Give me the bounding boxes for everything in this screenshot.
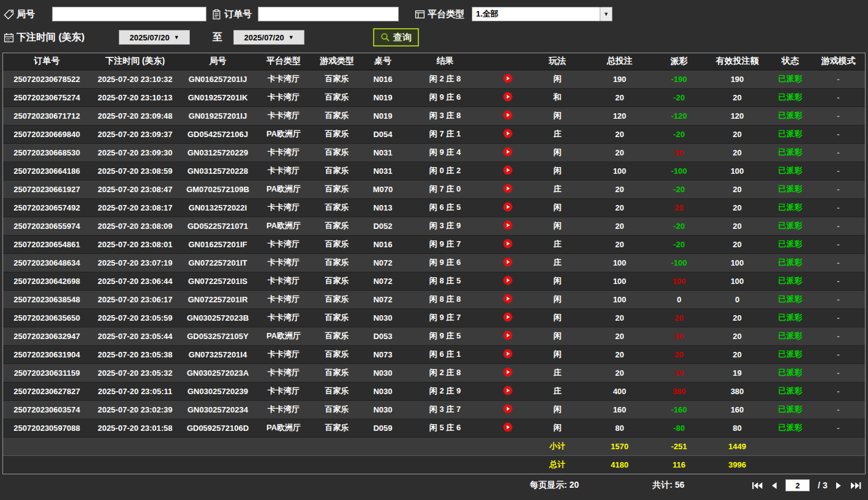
play-icon[interactable] [503,275,513,285]
cell-bet-time: 2025-07-20 23:08:47 [91,180,179,198]
previous-page-button[interactable] [771,482,777,490]
date-from-picker[interactable]: 2025/07/20 ▼ [119,30,190,45]
cell-order-number: 250720230631159 [3,364,91,382]
clipboard-icon [211,9,222,20]
play-icon[interactable] [503,257,513,267]
cell-status: 已派彩 [769,364,812,382]
cell-platform-type: 卡卡湾厅 [256,308,311,327]
cell-game-type: 百家乐 [311,180,363,198]
cell-total-bet: 20 [587,345,652,364]
table-row: 250720230675274 2025-07-20 23:10:13 GN01… [3,88,865,106]
page-input[interactable] [785,479,810,491]
cell-bet-time: 2025-07-20 23:08:09 [91,217,179,235]
cell-result: 闲 8 庄 8 [403,290,487,308]
cell-bet-side: 庄 [528,235,587,253]
play-icon[interactable] [503,184,513,193]
play-icon[interactable] [503,330,513,340]
cell-game-mode: - [812,272,865,290]
cell-bet-time: 2025-07-20 23:08:59 [91,162,179,180]
play-icon[interactable] [503,312,513,322]
cell-round-number: GD0592572106D [179,419,256,437]
cell-bet-side: 和 [528,88,587,106]
caret-down-icon: ▼ [289,34,294,40]
cell-game-type: 百家乐 [311,253,363,272]
subtotal-payout: -251 [652,437,706,455]
play-icon[interactable] [503,110,513,120]
cell-bet-time: 2025-07-20 23:06:17 [91,290,179,308]
play-icon[interactable] [503,202,513,212]
table-row: 250720230632947 2025-07-20 23:05:44 GD05… [3,327,865,345]
cell-order-number: 250720230648634 [3,253,91,272]
cell-platform-type: 卡卡湾厅 [256,253,311,272]
cell-game-type: 百家乐 [311,217,363,235]
cell-table-number: N030 [363,308,403,327]
date-to-picker[interactable]: 2025/07/20 ▼ [233,30,304,45]
cell-bet-side: 闲 [528,345,587,364]
table-header: 订单号 下注时间 (美东) 局号 平台类型 游戏类型 桌号 结果 玩法 总投注 … [3,53,865,70]
cell-game-mode: - [812,217,865,235]
play-icon[interactable] [503,129,513,138]
cell-bet-side: 闲 [528,419,587,437]
cell-total-bet: 160 [587,400,652,419]
last-page-button[interactable] [850,482,862,490]
play-icon[interactable] [503,294,513,304]
cell-platform-type: 卡卡湾厅 [256,70,311,88]
play-icon[interactable] [503,165,513,175]
cell-status: 已派彩 [769,400,812,419]
header-valid-bet: 有效投注额 [706,53,769,70]
cell-game-mode: - [812,400,865,419]
first-page-button[interactable] [751,482,763,490]
cell-round-number: GM0702572109B [179,180,256,198]
cell-platform-type: 卡卡湾厅 [256,345,311,364]
cell-result: 闲 0 庄 2 [403,162,487,180]
cell-bet-time: 2025-07-20 23:09:37 [91,125,179,143]
cell-valid-bet: 0 [706,290,769,308]
cell-payout: 19 [652,364,706,382]
cell-total-bet: 20 [587,125,652,143]
cell-platform-type: 卡卡湾厅 [256,143,311,162]
cell-bet-side: 庄 [528,382,587,400]
cell-round-number: GD0542572106J [179,125,256,143]
search-icon [380,32,390,42]
cell-game-mode: - [812,290,865,308]
cell-game-mode: - [812,345,865,364]
play-icon[interactable] [503,367,513,377]
cell-replay [487,382,528,400]
cell-bet-time: 2025-07-20 23:08:01 [91,235,179,253]
cell-replay [487,143,528,162]
cell-round-number: GN0132572022I [179,198,256,217]
cell-status: 已派彩 [769,308,812,327]
round-number-input[interactable] [52,7,206,21]
search-button[interactable]: 查询 [373,28,419,47]
play-icon[interactable] [503,239,513,248]
play-icon[interactable] [503,92,513,102]
play-icon[interactable] [503,349,513,359]
cell-bet-time: 2025-07-20 23:05:32 [91,364,179,382]
order-number-input[interactable] [258,7,399,21]
play-icon[interactable] [503,386,513,395]
cell-platform-type: PA欧洲厅 [256,419,311,437]
platform-type-select[interactable]: 1.全部 ▼ [472,7,613,21]
cell-bet-time: 2025-07-20 23:05:59 [91,308,179,327]
play-icon[interactable] [503,73,513,83]
cell-order-number: 250720230671712 [3,106,91,125]
play-icon[interactable] [503,422,513,432]
filter-bar: 局号 订单号 平台类型 1.全部 ▼ [0,0,868,53]
next-page-icon [836,482,842,490]
play-icon[interactable] [503,404,513,414]
cell-game-mode: - [812,88,865,106]
cell-order-number: 250720230661927 [3,180,91,198]
total-payout: 116 [652,455,706,474]
cell-total-bet: 100 [587,253,652,272]
cell-bet-side: 闲 [528,400,587,419]
next-page-button[interactable] [836,482,842,490]
play-icon[interactable] [503,147,513,157]
cell-result: 闲 3 庄 7 [403,400,487,419]
cell-round-number: GN0302572023A [179,364,256,382]
records-table-wrap: 订单号 下注时间 (美东) 局号 平台类型 游戏类型 桌号 结果 玩法 总投注 … [2,53,866,474]
cell-platform-type: 卡卡湾厅 [256,88,311,106]
cell-status: 已派彩 [769,345,812,364]
play-icon[interactable] [503,220,513,230]
cell-total-bet: 20 [587,364,652,382]
cell-total-bet: 120 [587,106,652,125]
